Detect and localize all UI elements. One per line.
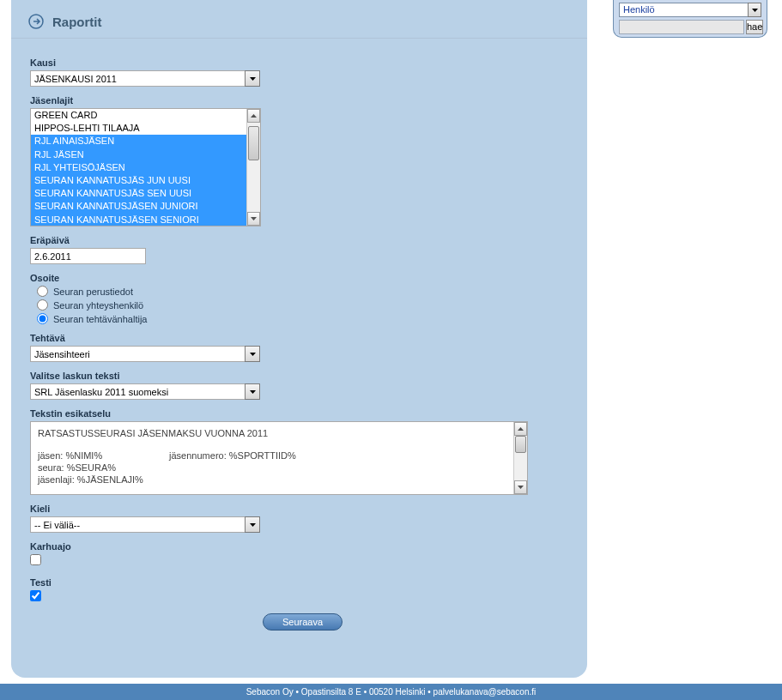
scroll-down-button[interactable] <box>514 480 527 494</box>
osoite-option-tehtavanhaltija[interactable]: Seuran tehtävänhaltija <box>37 313 575 324</box>
karhuajo-label: Karhuajo <box>30 541 575 552</box>
svg-marker-8 <box>518 486 524 489</box>
preview-line: RATSASTUSSEURASI JÄSENMAKSU VUONNA 2011 <box>38 427 506 439</box>
chevron-down-icon <box>251 217 257 220</box>
chevron-up-icon <box>518 427 524 431</box>
svg-marker-4 <box>251 217 257 220</box>
list-item[interactable]: SEURAN KANNATUSJÄS SEN UUSI <box>31 187 247 200</box>
search-type-select[interactable]: Henkilö <box>619 3 748 17</box>
testi-label: Testi <box>30 577 575 588</box>
scroll-up-button[interactable] <box>247 109 260 123</box>
osoite-option-perustiedot[interactable]: Seuran perustiedot <box>37 286 575 297</box>
footer-company: Sebacon Oy <box>246 687 294 697</box>
esikatselu-textarea[interactable]: RATSASTUSSEURASI JÄSENMAKSU VUONNA 2011 … <box>30 421 528 495</box>
radio-input[interactable] <box>37 299 48 311</box>
reports-panel: Raportit Kausi JÄSENKAUSI 2011 Jäsenlaji… <box>11 0 587 678</box>
list-item[interactable]: RJL AINAISJÄSEN <box>31 135 247 148</box>
radio-input[interactable] <box>37 286 48 297</box>
scroll-up-button[interactable] <box>514 422 527 436</box>
tehtava-dropdown-button[interactable] <box>245 346 260 362</box>
tehtava-select[interactable]: Jäsensihteeri <box>30 346 245 362</box>
chevron-down-icon <box>250 390 256 394</box>
radio-input[interactable] <box>37 313 48 324</box>
svg-marker-5 <box>250 353 256 356</box>
search-widget: Henkilö hae <box>613 0 767 38</box>
footer-sep: • <box>294 687 301 697</box>
list-item[interactable]: RJL YHTEISÖJÄSEN <box>31 161 247 174</box>
scroll-thumb[interactable] <box>515 436 526 453</box>
preview-line: seura: %SEURA% <box>38 462 506 474</box>
radio-label: Seuran yhteyshenkilö <box>53 300 143 311</box>
scroll-down-button[interactable] <box>247 212 260 226</box>
osoite-radio-group: Seuran perustiedot Seuran yhteyshenkilö … <box>30 286 575 324</box>
list-item[interactable]: GREEN CARD <box>31 109 247 122</box>
preview-part: jäsennumero: %SPORTTIID% <box>169 450 296 461</box>
laskuteksti-select[interactable]: SRL Jäsenlasku 2011 suomeksi <box>30 383 245 400</box>
jasenlajit-listbox[interactable]: GREEN CARD HIPPOS-LEHTI TILAAJA RJL AINA… <box>30 108 261 226</box>
preview-part: jäsen: %NIMI% <box>38 450 167 462</box>
kieli-label: Kieli <box>30 504 575 514</box>
esikatselu-label: Tekstin esikatselu <box>30 408 575 419</box>
kausi-dropdown-button[interactable] <box>245 70 260 87</box>
chevron-down-icon <box>250 353 256 356</box>
svg-marker-0 <box>752 9 758 12</box>
erapaiva-label: Eräpäivä <box>30 235 575 245</box>
search-input[interactable] <box>619 20 744 34</box>
radio-label: Seuran perustiedot <box>53 287 133 297</box>
scroll-track[interactable] <box>514 436 527 480</box>
chevron-up-icon <box>251 114 257 118</box>
testi-checkbox[interactable] <box>30 590 41 601</box>
panel-header: Raportit <box>11 0 587 39</box>
footer-sep: • <box>361 687 369 697</box>
footer-sep: • <box>426 687 433 697</box>
preview-line: jäsenlaji: %JÄSENLAJI% <box>38 474 506 486</box>
chevron-down-icon <box>752 9 758 12</box>
laskuteksti-label: Valitse laskun teksti <box>30 371 575 381</box>
next-button[interactable]: Seuraava <box>263 613 343 631</box>
action-row: Seuraava <box>30 613 575 631</box>
panel-title: Raportit <box>52 15 102 29</box>
preview-scrollbar[interactable] <box>513 422 527 494</box>
laskuteksti-dropdown-button[interactable] <box>245 383 260 400</box>
chevron-down-icon <box>250 523 256 527</box>
osoite-option-yhteyshenkilo[interactable]: Seuran yhteyshenkilö <box>37 299 575 311</box>
footer-address: Opastinsilta 8 E <box>301 687 361 697</box>
list-item[interactable]: RJL JÄSEN <box>31 148 247 161</box>
search-type-dropdown-button[interactable] <box>748 3 761 17</box>
kieli-dropdown-button[interactable] <box>245 516 260 533</box>
reports-icon <box>28 14 44 29</box>
erapaiva-input[interactable] <box>30 248 146 264</box>
preview-line: jäsen: %NIMI% jäsennumero: %SPORTTIID% <box>38 450 506 462</box>
svg-marker-9 <box>250 523 256 527</box>
kausi-label: Kausi <box>30 57 575 68</box>
scroll-thumb[interactable] <box>248 126 259 160</box>
footer-bar: Sebacon Oy • Opastinsilta 8 E • 00520 He… <box>0 684 782 700</box>
search-button[interactable]: hae <box>746 20 763 34</box>
chevron-down-icon <box>518 486 524 489</box>
footer-email[interactable]: palvelukanava@sebacon.fi <box>433 687 536 697</box>
list-item[interactable]: HIPPOS-LEHTI TILAAJA <box>31 122 247 135</box>
svg-marker-3 <box>251 114 257 118</box>
kausi-select[interactable]: JÄSENKAUSI 2011 <box>30 70 245 87</box>
list-item[interactable]: SEURAN KANNATUSJÄSEN JUNIORI <box>31 200 247 213</box>
form-area: Kausi JÄSENKAUSI 2011 Jäsenlajit GREEN C… <box>11 39 587 643</box>
karhuajo-checkbox[interactable] <box>30 554 41 565</box>
footer-postal: 00520 Helsinki <box>369 687 426 697</box>
list-item[interactable]: SEURAN KANNATUSJÄS JUN UUSI <box>31 174 247 187</box>
osoite-label: Osoite <box>30 273 575 283</box>
radio-label: Seuran tehtävänhaltija <box>53 314 147 324</box>
chevron-down-icon <box>250 77 256 81</box>
svg-marker-6 <box>250 390 256 394</box>
svg-marker-2 <box>250 77 256 81</box>
scroll-track[interactable] <box>247 123 260 212</box>
svg-marker-7 <box>518 427 524 431</box>
kieli-select[interactable]: -- Ei väliä-- <box>30 516 245 533</box>
jasenlajit-label: Jäsenlajit <box>30 95 575 106</box>
list-item[interactable]: SEURAN KANNATUSJÄSEN SENIORI <box>31 214 247 226</box>
listbox-scrollbar[interactable] <box>246 109 260 226</box>
tehtava-label: Tehtävä <box>30 333 575 343</box>
preview-blank <box>38 439 506 450</box>
